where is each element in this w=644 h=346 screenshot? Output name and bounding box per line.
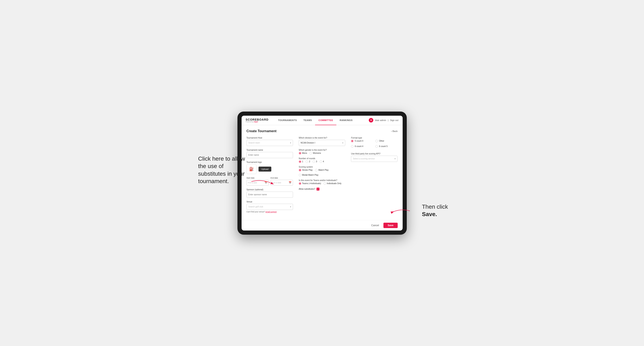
allow-subs-checkbox-item[interactable]: Allow substitutes? (299, 188, 345, 190)
format-6count4[interactable]: 6 count 4 (351, 145, 373, 148)
nav-user: B blair admin | Sign out (369, 118, 398, 123)
rounds-radio-group: 1 2 3 (299, 161, 345, 163)
logo-powered: Powered by clippd (246, 121, 269, 123)
venue-chevron-icon: ▾ (290, 206, 291, 208)
radio-6count4-icon (351, 145, 354, 148)
tournament-logo-label: Tournament logo (246, 161, 293, 163)
allow-subs-group: Allow substitutes? (299, 188, 345, 190)
nav-logo: SCOREBOARD Powered by clippd (246, 118, 269, 123)
venue-email-support-link[interactable]: email support (266, 211, 277, 213)
gender-mens-label: Mens (302, 152, 307, 154)
annotation-left: Click here to allow the use of substitut… (198, 155, 248, 185)
gender-womens[interactable]: Womens (310, 152, 321, 155)
tab-committee[interactable]: COMMITTEE (315, 116, 336, 125)
match-label: Match Play (318, 169, 328, 171)
format-5count4[interactable]: 5 count 4 (351, 140, 373, 142)
calendar-end-icon: 📅 (289, 181, 292, 184)
tab-teams[interactable]: TEAMS (300, 116, 315, 125)
format-6count5[interactable]: 6 count 5 (375, 145, 398, 148)
sponsor-group: Sponsor (optional) (246, 188, 293, 198)
end-date-wrap: End date Pick a date 📅 (270, 177, 293, 185)
event-individuals[interactable]: Individuals Only (324, 182, 342, 185)
5count4-label: 5 count 4 (355, 140, 363, 142)
rounds-1[interactable]: 1 (299, 161, 303, 163)
format-group: Format type 5 count 4 Other (351, 137, 398, 150)
upload-button[interactable]: Upload (258, 167, 272, 172)
start-date-input[interactable]: Pick a date 📅 (246, 180, 269, 185)
radio-teams-icon (299, 182, 301, 185)
6count4-label: 6 count 4 (355, 145, 363, 148)
scoring-chevron-icon: ▾ (394, 158, 396, 160)
scoring-stroke[interactable]: Stroke Play (299, 169, 312, 171)
rounds-3[interactable]: 3 (312, 161, 317, 163)
rounds-4[interactable]: 4 (320, 161, 324, 163)
radio-individuals-icon (324, 182, 326, 185)
venue-select[interactable]: Search golf club ▾ (246, 204, 293, 210)
tournament-host-placeholder: Search team (248, 142, 260, 144)
division-select[interactable]: NCAA Division I ▾ (299, 140, 345, 146)
venue-label: Venue (246, 201, 293, 203)
scoring-radio-group: Stroke Play Match Play Medal Match Play (299, 169, 345, 176)
division-group: Which division is the event for? NCAA Di… (299, 137, 345, 146)
start-date-placeholder: Pick a date (248, 182, 257, 184)
radio-6count5-icon (375, 145, 378, 148)
signout-link[interactable]: Sign out (390, 119, 398, 122)
radio-womens-icon (310, 152, 312, 155)
round3-label: 3 (316, 161, 317, 163)
avatar: B (369, 118, 373, 123)
page-header: Create Tournament Back (246, 129, 398, 133)
teams-label: Teams (+Individuals) (302, 182, 321, 184)
nav-tabs: TOURNAMENTS TEAMS COMMITTEE RANKINGS (275, 116, 369, 125)
round1-label: 1 (302, 161, 303, 163)
start-date-wrap: Start date Pick a date 📅 (246, 177, 269, 185)
tournament-host-group: Tournament Host Search team ▾ (246, 137, 293, 146)
scoring-service-group: Use third-party live scoring API? Select… (351, 153, 398, 162)
logo-clippd: clippd (254, 121, 258, 123)
venue-group: Venue Search golf club ▾ Can't find your… (246, 201, 293, 213)
event-type-label: Is this event for Teams and/or Individua… (299, 179, 345, 181)
form-col-2: Which division is the event for? NCAA Di… (299, 137, 345, 216)
arrow-right (389, 207, 414, 215)
gender-label: Which gender is the event for? (299, 149, 345, 151)
scoring-medal-match[interactable]: Medal Match Play (299, 174, 318, 176)
end-date-placeholder: Pick a date (272, 182, 281, 184)
rounds-2[interactable]: 2 (306, 161, 310, 163)
event-teams[interactable]: Teams (+Individuals) (299, 182, 321, 185)
scoring-label: Scoring system (299, 166, 345, 168)
start-date-label: Start date (246, 177, 269, 179)
rounds-group: Number of rounds 1 2 (299, 157, 345, 163)
tablet-frame: SCOREBOARD Powered by clippd TOURNAMENTS… (238, 112, 407, 235)
radio-stroke-icon (299, 169, 301, 171)
end-date-input[interactable]: Pick a date 📅 (270, 180, 293, 185)
page-wrapper: Click here to allow the use of substitut… (198, 112, 446, 235)
scoring-match[interactable]: Match Play (315, 169, 328, 171)
scoring-service-select[interactable]: Select a scoring service ▾ (351, 156, 398, 162)
back-link[interactable]: Back (391, 130, 398, 132)
annotation-right: Then click Save. (422, 203, 448, 218)
format-label: Format type (351, 137, 398, 139)
tournament-name-input[interactable] (246, 152, 293, 158)
sponsor-input[interactable] (246, 191, 293, 198)
tournament-host-label: Tournament Host (246, 137, 293, 139)
logo-placeholder-icon: ⛽ (246, 164, 256, 174)
round4-label: 4 (323, 161, 324, 163)
allow-subs-checkbox[interactable] (316, 188, 320, 190)
other-label: Other (379, 140, 384, 142)
cancel-button[interactable]: Cancel (369, 223, 381, 228)
sponsor-label: Sponsor (optional) (246, 188, 293, 191)
save-button[interactable]: Save (384, 223, 398, 228)
calendar-icon: 📅 (264, 181, 268, 184)
6count5-label: 6 count 5 (379, 145, 388, 148)
tournament-host-select[interactable]: Search team ▾ (246, 140, 293, 146)
tab-tournaments[interactable]: TOURNAMENTS (275, 116, 300, 125)
gender-mens[interactable]: Mens (299, 152, 307, 155)
tab-rankings[interactable]: RANKINGS (336, 116, 356, 125)
radio-5count4-icon (351, 140, 354, 142)
page-title: Create Tournament (246, 129, 277, 133)
main-nav: SCOREBOARD Powered by clippd TOURNAMENTS… (242, 116, 403, 125)
end-date-label: End date (270, 177, 293, 179)
radio-other-icon (375, 140, 378, 142)
gender-womens-label: Womens (313, 152, 321, 154)
radio-mens-icon (299, 152, 301, 155)
format-other[interactable]: Other (375, 140, 398, 142)
